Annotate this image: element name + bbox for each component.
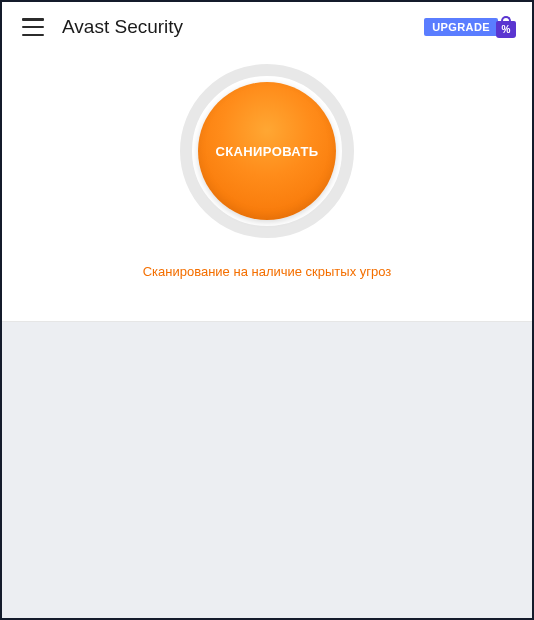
top-panel: Avast Security UPGRADE % СКАНИРОВАТЬ Ска… — [2, 2, 532, 322]
app-frame: Avast Security UPGRADE % СКАНИРОВАТЬ Ска… — [0, 0, 534, 620]
scan-ring: СКАНИРОВАТЬ — [180, 64, 354, 238]
scan-button[interactable]: СКАНИРОВАТЬ — [198, 82, 336, 220]
shopping-bag-icon[interactable]: % — [496, 16, 516, 38]
upgrade-button[interactable]: UPGRADE — [424, 18, 498, 36]
scan-button-label: СКАНИРОВАТЬ — [215, 144, 318, 159]
header-bar: Avast Security UPGRADE % — [2, 2, 532, 48]
app-title: Avast Security — [62, 16, 183, 38]
menu-icon[interactable] — [22, 18, 44, 36]
upgrade-group: UPGRADE % — [424, 16, 516, 38]
scan-caption: Сканирование на наличие скрытых угроз — [143, 264, 392, 279]
scan-area: СКАНИРОВАТЬ Сканирование на наличие скры… — [2, 48, 532, 321]
bottom-empty-panel — [2, 322, 532, 618]
bag-percent-label: % — [502, 24, 511, 35]
